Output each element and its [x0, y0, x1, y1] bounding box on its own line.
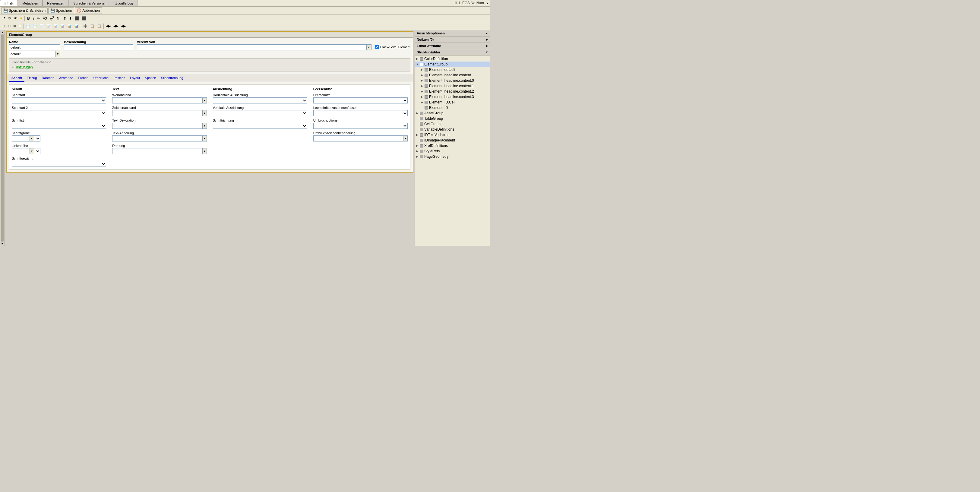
tree-item-xrefdefs[interactable]: ▶ XrefDefinitions: [415, 143, 490, 148]
tab-metadaten[interactable]: Metadaten: [18, 0, 43, 6]
drehung-input[interactable]: [112, 148, 202, 154]
horiz-ausrichtung-select[interactable]: [213, 97, 307, 103]
align-btn1[interactable]: ◀▶: [105, 23, 112, 30]
schriftrichtung-select[interactable]: [213, 123, 307, 129]
table-btn3[interactable]: ⊞: [12, 23, 17, 30]
tree-item-stylerefs[interactable]: ▶ StyleRefs: [415, 148, 490, 154]
tree-expand-idtextvars[interactable]: ▶: [416, 133, 420, 136]
scroll-up-icon[interactable]: ▲: [1, 31, 4, 34]
move-down-button[interactable]: ⬇: [68, 15, 73, 22]
tree-item-el-idcell[interactable]: ▶ Element: ID.Cell: [415, 100, 490, 105]
tab-umbrueche[interactable]: Umbrüche: [91, 75, 111, 82]
tree-item-tablegroup[interactable]: TableGroup: [415, 116, 490, 121]
beschreibung-input[interactable]: [64, 45, 133, 50]
struktur-header[interactable]: Struktur-Editor ▼: [415, 49, 490, 56]
zeichenabstand-input[interactable]: [112, 110, 202, 116]
tree-expand-elementgroup[interactable]: ▼: [416, 63, 420, 66]
tree-item-assetgroup[interactable]: ▶ AssetGroup: [415, 110, 490, 116]
tab-spalten[interactable]: Spalten: [142, 75, 158, 82]
schriftart2-select[interactable]: [12, 110, 106, 116]
italic-button[interactable]: I: [32, 15, 36, 22]
tree-expand-stylerefs[interactable]: ▶: [416, 150, 420, 153]
leerschritte-zus-select[interactable]: [313, 110, 408, 116]
tree-expand-assetgroup[interactable]: ▶: [416, 111, 420, 115]
schriftstil-select[interactable]: [12, 123, 106, 129]
add-link[interactable]: + Hinzufügen: [12, 65, 408, 69]
text-aenderung-input[interactable]: [112, 135, 202, 142]
tree-expand-el-headline3[interactable]: ▶: [421, 96, 425, 98]
tab-silbentrennung[interactable]: Silbentrennung: [159, 75, 186, 82]
tree-item-idtextvars[interactable]: ▶ IDTextVariables: [415, 132, 490, 138]
vererbt-input[interactable]: [137, 45, 367, 50]
tab-layout[interactable]: Layout: [127, 75, 142, 82]
umbruch-zeichen-arrow[interactable]: ▼: [404, 135, 408, 142]
align-btn3[interactable]: ◀▶: [120, 23, 127, 30]
name-input-2[interactable]: [9, 51, 56, 57]
editor-attr-header[interactable]: Editor Attribute ▶: [415, 43, 490, 49]
tree-item-el-headline2[interactable]: ▶ Element: headline.content.2: [415, 89, 490, 94]
tab-referenzen[interactable]: Referenzen: [43, 0, 69, 6]
linienhoehe-input[interactable]: [12, 148, 30, 154]
tree-item-el-headline3[interactable]: ▶ Element: headline.content.3: [415, 94, 490, 100]
tree-expand-pagegeom[interactable]: ▶: [416, 155, 420, 158]
tab-sprachen-versionen[interactable]: Sprachen & Versionen: [69, 0, 111, 6]
bold-button[interactable]: B: [25, 15, 31, 22]
redo-button[interactable]: ↻: [7, 15, 12, 22]
umbruchoptionen-select[interactable]: [313, 123, 408, 129]
vert-ausrichtung-select[interactable]: [213, 110, 307, 116]
schriftgroesse-input[interactable]: [12, 135, 30, 142]
media-btn3[interactable]: 📊: [38, 23, 45, 30]
wortabstand-arrow[interactable]: ▼: [203, 97, 207, 103]
drehung-arrow[interactable]: ▼: [203, 148, 207, 154]
block-level-checkbox[interactable]: [375, 45, 379, 49]
tree-item-el-headline1[interactable]: ▶ Element: headline.content.1: [415, 83, 490, 89]
table-btn4[interactable]: ⊞: [18, 23, 22, 30]
leerschritte-select[interactable]: [313, 97, 408, 103]
tab-farben[interactable]: Farben: [76, 75, 91, 82]
expand-icon[interactable]: ▲: [486, 2, 489, 5]
scroll-down-icon[interactable]: ▼: [1, 242, 4, 245]
tab-inhalt[interactable]: Inhalt: [0, 0, 18, 6]
tree-expand-xrefdefs[interactable]: ▶: [416, 144, 420, 147]
tree-item-el-id[interactable]: Element: ID: [415, 105, 490, 110]
pilcrow-button[interactable]: ¶: [56, 15, 60, 22]
tree-expand-colordef[interactable]: ▶: [416, 57, 420, 61]
linienhoehe-arrow[interactable]: ▼: [30, 148, 34, 154]
tab-schrift[interactable]: Schrift: [9, 75, 24, 82]
table-btn2[interactable]: ⊟: [6, 23, 12, 30]
save-close-button[interactable]: 💾 Speichern & Schließen: [1, 7, 48, 14]
linienhoehe-unit[interactable]: [34, 148, 40, 154]
align-btn2[interactable]: ◀▶: [112, 23, 119, 30]
tree-item-el-headline0[interactable]: ▶ Element: headline.content.0: [415, 78, 490, 83]
media-btn8[interactable]: 📊: [73, 23, 80, 30]
schriftgewicht-select[interactable]: [12, 161, 106, 167]
tree-item-elementgroup[interactable]: ▼ ElementGroup: [415, 62, 490, 67]
media-btn1[interactable]: 📄: [25, 23, 31, 30]
insert-btn2[interactable]: 📋: [89, 23, 95, 30]
tree-expand-el-headline1[interactable]: ▶: [421, 84, 425, 88]
media-btn6[interactable]: 📊: [59, 23, 66, 30]
tree-expand-el-default[interactable]: ▶: [421, 68, 425, 71]
media-btn2[interactable]: 📄: [32, 23, 38, 30]
subscript-button[interactable]: X2: [41, 15, 48, 22]
move-up-button[interactable]: ⬆: [62, 15, 68, 22]
tree-item-cellgroup[interactable]: CellGroup: [415, 121, 490, 127]
superscript-button[interactable]: X2: [49, 15, 55, 22]
purple-btn[interactable]: ⬛: [73, 15, 81, 22]
text-deko-input[interactable]: [112, 123, 202, 129]
tree-expand-el-idcell[interactable]: ▶: [421, 101, 425, 104]
name-input-1[interactable]: [9, 45, 60, 50]
tree-item-vardefs[interactable]: VariableDefinitions: [415, 127, 490, 132]
schriftart-select[interactable]: [12, 97, 106, 103]
umbruch-zeichen-input[interactable]: [313, 135, 404, 142]
tree-expand-el-headline[interactable]: ▶: [421, 73, 425, 76]
tree-expand-el-headline0[interactable]: ▶: [421, 79, 425, 82]
tab-abstaende[interactable]: Abstände: [57, 75, 75, 82]
tab-rahmen[interactable]: Rahmen: [39, 75, 57, 82]
tree-item-el-default[interactable]: ▶ Element: default: [415, 67, 490, 72]
text-aenderung-arrow[interactable]: ▼: [203, 135, 207, 142]
save-button[interactable]: 💾 Speichern: [48, 7, 74, 14]
media-btn7[interactable]: 📊: [66, 23, 73, 30]
media-btn4[interactable]: 📊: [46, 23, 52, 30]
tab-zugriffs-log[interactable]: Zugriffs-Log: [111, 0, 138, 6]
